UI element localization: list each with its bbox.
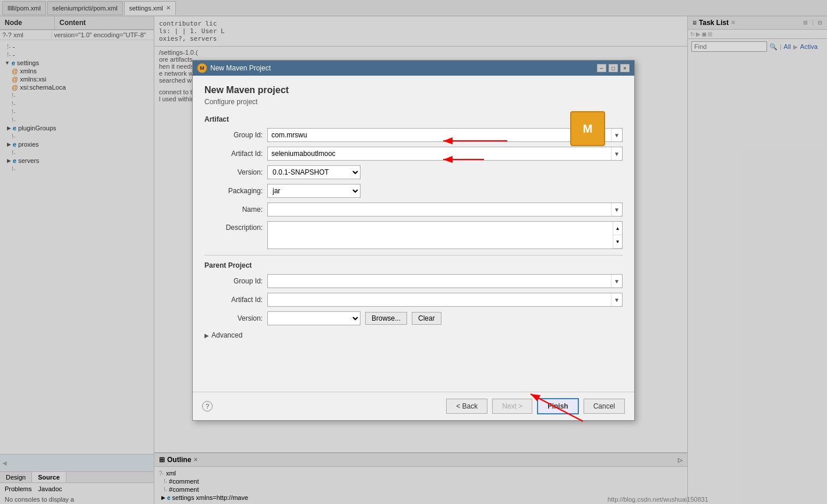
- spin-up[interactable]: ▲: [613, 222, 622, 235]
- minimize-button[interactable]: −: [597, 64, 606, 72]
- artifact-id-input[interactable]: [268, 148, 611, 159]
- parent-artifact-id-row: Artifact Id: ▼: [204, 293, 623, 307]
- parent-artifact-id-container: ▼: [267, 293, 623, 307]
- description-textarea[interactable]: [268, 222, 613, 250]
- artifact-id-row: Artifact Id: ▼: [204, 147, 623, 161]
- parent-group-id-input[interactable]: [268, 276, 611, 286]
- packaging-row: Packaging: jar: [204, 184, 623, 198]
- packaging-select[interactable]: jar: [267, 184, 361, 198]
- group-id-input[interactable]: [268, 130, 611, 140]
- parent-artifact-id-input[interactable]: [268, 294, 611, 305]
- maven-letter: M: [583, 122, 593, 136]
- advanced-section[interactable]: ▶ Advanced: [204, 331, 623, 339]
- description-spinners: ▲ ▼: [613, 222, 622, 249]
- parent-section-title: Parent Project: [204, 261, 623, 269]
- name-input[interactable]: [268, 204, 611, 215]
- modal-heading: New Maven project: [204, 85, 623, 95]
- description-field-container: ▲ ▼: [267, 221, 623, 249]
- artifact-id-label: Artifact Id:: [204, 150, 263, 158]
- modal-title-left: M New Maven Project: [197, 63, 271, 73]
- group-id-dropdown-arrow[interactable]: ▼: [611, 129, 622, 141]
- parent-version-label: Version:: [204, 314, 263, 322]
- group-id-field-container: ▼: [267, 128, 623, 142]
- clear-button[interactable]: Clear: [412, 312, 441, 325]
- version-artifact-row: Version: 0.0.1-SNAPSHOT: [204, 165, 623, 179]
- group-id-row: Group Id: ▼: [204, 128, 623, 142]
- maven-logo-icon: M: [570, 111, 605, 146]
- modal-overlay: M New Maven Project − □ × New Maven proj…: [0, 0, 827, 504]
- modal-titlebar: M New Maven Project − □ ×: [193, 61, 634, 76]
- artifact-section-title: Artifact: [204, 115, 623, 123]
- help-icon[interactable]: ?: [202, 401, 213, 411]
- maven-title-icon: M: [197, 63, 207, 73]
- finish-button[interactable]: Finish: [537, 398, 578, 414]
- footer-buttons: < Back Next > Finish Cancel: [446, 398, 625, 414]
- packaging-label: Packaging:: [204, 187, 263, 195]
- modal-subheading: Configure project: [204, 98, 623, 106]
- parent-group-id-container: ▼: [267, 274, 623, 288]
- advanced-label: Advanced: [211, 331, 242, 339]
- parent-artifact-id-label: Artifact Id:: [204, 296, 263, 304]
- modal-title-text: New Maven Project: [210, 64, 271, 72]
- artifact-id-dropdown-arrow[interactable]: ▼: [611, 147, 622, 160]
- parent-group-id-arrow[interactable]: ▼: [611, 275, 622, 288]
- section-divider: [204, 255, 623, 255]
- back-button[interactable]: < Back: [446, 399, 487, 414]
- modal-win-buttons: − □ ×: [597, 64, 630, 72]
- new-maven-project-dialog: M New Maven Project − □ × New Maven proj…: [192, 60, 635, 421]
- parent-version-select[interactable]: [267, 311, 361, 325]
- next-button[interactable]: Next >: [492, 399, 532, 414]
- ide-background: lllll/pom.xml seleniumpricti/pom.xml set…: [0, 0, 827, 504]
- maximize-button[interactable]: □: [609, 64, 618, 72]
- version-artifact-select[interactable]: 0.0.1-SNAPSHOT: [267, 165, 361, 179]
- cancel-button[interactable]: Cancel: [584, 399, 625, 414]
- modal-body: New Maven project Configure project M Ar…: [193, 76, 634, 392]
- group-id-label: Group Id:: [204, 131, 263, 139]
- close-button[interactable]: ×: [620, 64, 630, 72]
- browse-button[interactable]: Browse...: [365, 312, 407, 325]
- parent-group-id-row: Group Id: ▼: [204, 274, 623, 288]
- artifact-id-field-container: ▼: [267, 147, 623, 161]
- modal-footer: ? < Back Next > Finish Cancel: [193, 392, 634, 420]
- description-row: Description: ▲ ▼: [204, 221, 623, 249]
- parent-artifact-id-arrow[interactable]: ▼: [611, 293, 622, 306]
- description-label: Description:: [204, 221, 263, 232]
- parent-group-id-label: Group Id:: [204, 277, 263, 285]
- spin-down[interactable]: ▼: [613, 235, 622, 249]
- advanced-arrow-icon: ▶: [204, 332, 209, 339]
- name-row: Name: ▼: [204, 203, 623, 216]
- name-field-container: ▼: [267, 203, 623, 216]
- name-dropdown-arrow[interactable]: ▼: [611, 203, 622, 216]
- version-artifact-label: Version:: [204, 168, 263, 176]
- name-label: Name:: [204, 205, 263, 214]
- parent-version-row: Version: Browse... Clear: [204, 311, 623, 325]
